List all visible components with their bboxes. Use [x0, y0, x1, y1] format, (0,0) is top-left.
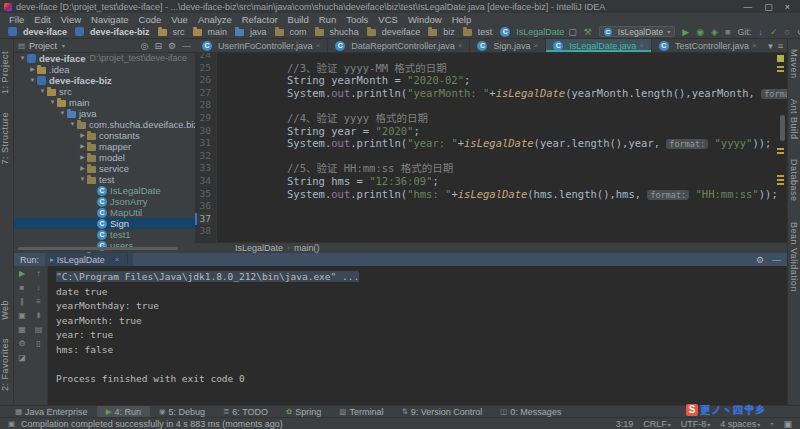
tree-horizontal-scrollbar[interactable] [18, 247, 178, 250]
breadcrumb-method[interactable]: main() [294, 243, 320, 253]
tree-item-mapper[interactable]: ▶mapper [14, 141, 195, 152]
run-config-select[interactable]: C IsLegalDate ▾ [599, 26, 675, 37]
project-tree[interactable]: ▼deve-ifaceD:\projet_test\deve-iface▶.id… [14, 53, 195, 253]
run-panel-settings-icon[interactable]: ⚙ [756, 255, 764, 265]
tree-item-model[interactable]: ▶model [14, 152, 195, 163]
editor-gutter[interactable]: 242526272829303132333435363738 [195, 53, 217, 242]
close-icon[interactable]: × [533, 41, 538, 50]
menu-file[interactable]: File [4, 14, 29, 25]
menu-window[interactable]: Window [403, 14, 447, 25]
breadcrumb-deve-iface-biz[interactable]: deve-iface-biz [71, 27, 154, 37]
breadcrumb-java[interactable]: java [231, 27, 271, 37]
close-icon[interactable]: × [108, 255, 128, 264]
up-icon[interactable]: ↑ [37, 269, 41, 278]
expander-icon[interactable]: ▼ [78, 174, 87, 185]
close-window-icon[interactable]: × [785, 2, 790, 12]
tab-list-icon[interactable]: ≡ [778, 41, 783, 51]
breadcrumb-class[interactable]: IsLegalDate [235, 243, 283, 253]
breadcrumb-IsLegalDate[interactable]: CIsLegalDate [496, 27, 568, 37]
toolwindow-4-run[interactable]: ▶4: Run [97, 406, 150, 418]
menu-view[interactable]: View [56, 14, 86, 25]
expander-icon[interactable]: ▼ [48, 97, 57, 108]
close-icon[interactable]: × [639, 41, 644, 50]
status-3-19[interactable]: 3:19 [616, 419, 634, 429]
breadcrumb-test[interactable]: test [459, 27, 497, 37]
tree-item-MapUtil[interactable]: CMapUtil [14, 207, 195, 218]
run-console[interactable]: "C:\Program Files\Java\jdk1.8.0_212\bin\… [48, 266, 787, 405]
tab-Sign.java[interactable]: CSign.java× [470, 39, 546, 52]
stop-icon[interactable]: ■ [20, 283, 25, 292]
git-update-button[interactable]: ↓ [758, 27, 763, 37]
menu-analyze[interactable]: Analyze [193, 14, 237, 25]
toolwindow-terminal[interactable]: ▥Terminal [330, 406, 392, 418]
tab-DataReportController.java[interactable]: CDataReportController.java× [328, 39, 470, 52]
expander-icon[interactable]: ▼ [68, 119, 77, 130]
stripe-1-project[interactable]: 1: Project [0, 51, 10, 94]
tree-item-main[interactable]: ▼main [14, 97, 195, 108]
toolwindow-java-enterprise[interactable]: ▦Java Enterprise [6, 406, 97, 418]
menu-vue[interactable]: Vue [166, 14, 193, 25]
status-4-spaces[interactable]: 4 spaces▾ [720, 419, 760, 429]
tree-item-constants[interactable]: ▶constants [14, 130, 195, 141]
run-tab[interactable]: ▸ IsLegalDate × [45, 253, 132, 266]
status-▫[interactable]: ▫ [770, 419, 773, 429]
pause-icon[interactable]: ∥ [20, 297, 24, 306]
toolwindow-6-todo[interactable]: ≣6: TODO [214, 406, 277, 418]
hide-run-panel-icon[interactable]: — [772, 255, 781, 265]
stripe-2-favorites[interactable]: 2: Favorites [0, 338, 10, 391]
expander-icon[interactable]: ▼ [38, 86, 47, 97]
inspections-indicator-icon[interactable] [777, 55, 784, 62]
expander-icon[interactable]: ▼ [28, 75, 37, 86]
menu-navigate[interactable]: Navigate [86, 14, 134, 25]
menu-code[interactable]: Code [134, 14, 167, 25]
expander-icon[interactable]: ▶ [28, 64, 37, 75]
pin-icon[interactable]: ◪ [18, 353, 26, 362]
breadcrumb-deveiface[interactable]: deveiface [363, 27, 425, 37]
tree-item-IsLegalDate[interactable]: CIsLegalDate [14, 185, 195, 196]
breadcrumb-main[interactable]: main [189, 27, 232, 37]
status-utf-8[interactable]: UTF-8▾ [681, 419, 711, 429]
tree-item-service[interactable]: ▶service [14, 163, 195, 174]
frame-icon[interactable]: ▣ [18, 311, 26, 320]
stripe-web[interactable]: Web [0, 300, 10, 320]
debug-button[interactable]: ◉ [696, 27, 704, 37]
collapse-all-button[interactable]: ⊟ [154, 41, 162, 51]
chevron-down-icon[interactable]: ▾ [62, 42, 65, 49]
grid-icon[interactable]: ▦ [18, 325, 26, 334]
clear-icon[interactable]: ▯ [36, 339, 40, 348]
toolwindow-9-version-control[interactable]: ⇅9: Version Control [392, 406, 491, 418]
expander-icon[interactable]: ▶ [78, 152, 87, 163]
coverage-button[interactable]: ◈ [711, 27, 718, 37]
close-icon[interactable]: × [316, 41, 321, 50]
menu-run[interactable]: Run [314, 14, 341, 25]
locate-file-button[interactable]: ◎ [141, 41, 149, 51]
toolwindow-0-messages[interactable]: ◫0: Messages [491, 406, 570, 418]
hidden-tabs-icon[interactable]: ▾ [768, 41, 773, 51]
breadcrumb-src[interactable]: src [154, 27, 189, 37]
stripe-maven[interactable]: Maven [789, 49, 799, 79]
tree-item-test1[interactable]: Ctest1 [14, 229, 195, 240]
print-icon[interactable]: ▤ [35, 325, 43, 334]
stripe-bean-validation[interactable]: Bean Validation [789, 222, 799, 292]
stripe-7-structure[interactable]: 7: Structure [0, 112, 10, 165]
stop-button[interactable]: ■ [725, 27, 730, 37]
tool-window-switcher-icon[interactable]: ▣ [8, 419, 15, 428]
scrollend-icon[interactable]: ⇟ [35, 311, 42, 320]
maximize-window-icon[interactable]: ▢ [764, 2, 773, 12]
tab-IsLegalDate.java[interactable]: CIsLegalDate.java× [546, 39, 652, 52]
toolwindow-spring[interactable]: ✿Spring [277, 406, 330, 418]
expander-icon[interactable]: ▶ [78, 141, 87, 152]
breadcrumb-com[interactable]: com [271, 27, 311, 37]
down-icon[interactable]: ↓ [37, 283, 41, 292]
toolwindow-5-debug[interactable]: ◉5: Debug [150, 406, 214, 418]
status-▣[interactable]: ▣ [783, 419, 792, 429]
gear-icon[interactable]: ⚙ [18, 339, 25, 348]
tree-item-src[interactable]: ▼src [14, 86, 195, 97]
hide-panel-button[interactable]: — [182, 41, 191, 51]
softwrap-icon[interactable]: ≡ [36, 297, 41, 306]
tree-item-java[interactable]: ▼java [14, 108, 195, 119]
expander-icon[interactable]: ▼ [58, 108, 67, 119]
tree-item-com.shucha.deveiface.biz[interactable]: ▼com.shucha.deveiface.biz [14, 119, 195, 130]
rollback-button[interactable]: ○ [784, 27, 789, 37]
tree-item-test[interactable]: ▼test [14, 174, 195, 185]
